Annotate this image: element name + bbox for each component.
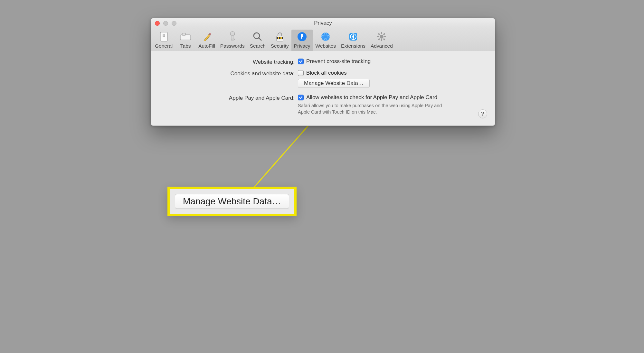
advanced-icon (376, 31, 387, 42)
toolbar-tab-websites[interactable]: Websites (313, 30, 338, 51)
help-button[interactable]: ? (478, 109, 487, 118)
window-title: Privacy (314, 20, 332, 26)
checkbox-prevent-cross-site-tracking[interactable] (298, 59, 304, 64)
row-cookies: Cookies and website data: Block all cook… (159, 70, 487, 88)
svg-rect-14 (279, 37, 280, 39)
svg-line-30 (378, 39, 380, 40)
window-titlebar: Privacy (151, 18, 495, 28)
toolbar-tab-tabs[interactable]: Tabs (175, 30, 196, 51)
svg-rect-15 (282, 37, 283, 39)
toolbar-tab-passwords[interactable]: Passwords (218, 30, 247, 51)
svg-rect-8 (232, 39, 234, 40)
svg-point-22 (380, 35, 384, 39)
autofill-icon (201, 31, 213, 42)
apple-pay-description: Safari allows you to make purchases on t… (298, 103, 449, 115)
security-icon (274, 31, 286, 42)
checkbox-block-all-cookies[interactable] (298, 70, 304, 76)
toolbar-tab-general[interactable]: General (152, 30, 175, 51)
label-website-tracking: Website tracking: (159, 58, 298, 65)
svg-point-9 (254, 33, 260, 39)
toolbar-tab-security[interactable]: Security (268, 30, 291, 51)
svg-rect-4 (180, 35, 191, 40)
websites-icon (320, 31, 331, 42)
checkbox-label-prevent-cross-site-tracking: Prevent cross-site tracking (306, 58, 371, 65)
minimize-window-button[interactable] (163, 21, 168, 26)
svg-line-27 (378, 33, 380, 35)
passwords-icon (227, 31, 238, 42)
preferences-toolbar: General Tabs AutoFill Passwords (151, 28, 495, 51)
window-traffic-lights (155, 21, 176, 26)
svg-line-28 (384, 39, 385, 40)
privacy-content: Website tracking: Prevent cross-site tra… (151, 51, 495, 125)
toolbar-tab-extensions[interactable]: Extensions (338, 30, 368, 51)
preferences-window: Privacy General Tabs AutoFill (151, 18, 495, 126)
svg-line-29 (384, 33, 385, 35)
toolbar-tab-privacy[interactable]: Privacy (291, 30, 313, 51)
svg-rect-7 (232, 36, 233, 41)
svg-rect-3 (163, 34, 165, 37)
checkbox-label-allow-apple-pay-check: Allow websites to check for Apple Pay an… (306, 94, 437, 101)
svg-point-6 (230, 32, 235, 36)
checkbox-allow-apple-pay-check[interactable] (298, 95, 304, 100)
checkbox-label-block-all-cookies: Block all cookies (306, 70, 347, 76)
svg-rect-5 (182, 33, 185, 35)
toolbar-tab-advanced[interactable]: Advanced (368, 30, 395, 51)
help-icon: ? (481, 111, 484, 117)
toolbar-tab-autofill[interactable]: AutoFill (196, 30, 218, 51)
svg-line-10 (259, 38, 261, 41)
tabs-icon (180, 31, 191, 42)
svg-rect-13 (277, 37, 278, 39)
manage-website-data-button[interactable]: Manage Website Data… (298, 79, 370, 88)
annotation-callout: Manage Website Data… (167, 187, 297, 216)
label-cookies: Cookies and website data: (159, 70, 298, 77)
toolbar-tab-search[interactable]: Search (247, 30, 268, 51)
maximize-window-button[interactable] (172, 21, 176, 26)
label-apple-pay: Apple Pay and Apple Card: (159, 94, 298, 101)
privacy-icon (296, 31, 308, 42)
extensions-icon (347, 31, 359, 42)
callout-manage-website-data-button: Manage Website Data… (175, 194, 289, 209)
svg-point-17 (321, 33, 330, 41)
search-icon (252, 31, 263, 42)
close-window-button[interactable] (155, 21, 160, 26)
general-icon (158, 31, 170, 42)
row-website-tracking: Website tracking: Prevent cross-site tra… (159, 58, 487, 65)
row-apple-pay: Apple Pay and Apple Card: Allow websites… (159, 94, 487, 115)
